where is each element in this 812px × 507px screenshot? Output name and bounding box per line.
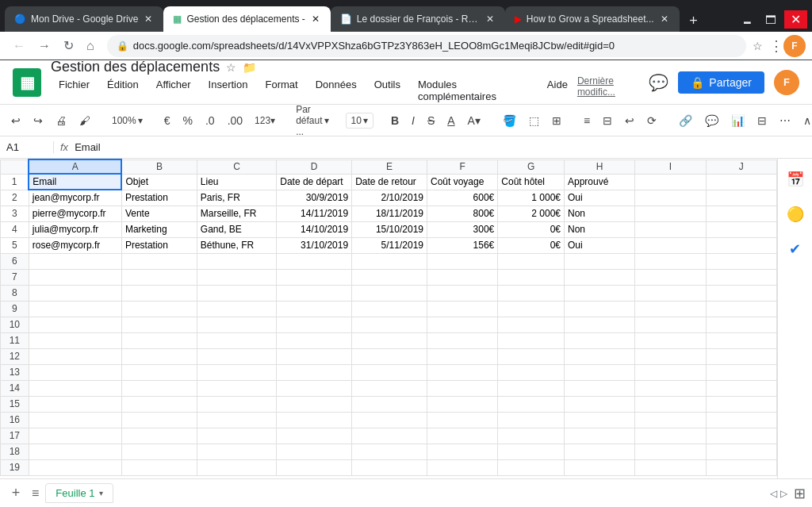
insert-chart-button[interactable]: 📊: [726, 111, 749, 130]
font-family-dropdown[interactable]: Par défaut ... ▾: [292, 105, 332, 136]
menu-afficher[interactable]: Afficher: [148, 75, 199, 106]
cell-c5[interactable]: Béthune, FR: [197, 237, 276, 253]
insert-comment-button[interactable]: 💬: [700, 111, 723, 130]
fill-color-button[interactable]: 🪣: [498, 111, 521, 130]
cell-a5[interactable]: rose@mycorp.fr: [29, 237, 121, 253]
cell-f3[interactable]: 800€: [427, 205, 498, 221]
cell-h4[interactable]: Non: [565, 221, 635, 237]
col-header-b[interactable]: B: [121, 159, 197, 174]
sheet-list-button[interactable]: ≡: [32, 486, 39, 501]
sheet-tab-feuille1[interactable]: Feuille 1 ▾: [45, 483, 113, 503]
cell-e3[interactable]: 18/11/2019: [352, 205, 427, 221]
menu-outils[interactable]: Outils: [366, 75, 408, 106]
decimal-increase-button[interactable]: .00: [223, 111, 247, 130]
print-button[interactable]: 🖨: [51, 111, 71, 130]
col-header-a[interactable]: A: [29, 159, 121, 174]
cell-b4[interactable]: Marketing: [121, 221, 197, 237]
text-rotate-button[interactable]: ⟳: [642, 111, 661, 130]
cell-d3[interactable]: 14/11/2019: [277, 205, 352, 221]
merge-cells-button[interactable]: ⊞: [547, 111, 566, 130]
calendar-sidebar-icon[interactable]: 📅: [781, 165, 810, 194]
browser-close-button[interactable]: ✕: [784, 10, 807, 29]
maximize-button[interactable]: 🗖: [760, 12, 781, 28]
row-num-4[interactable]: 4: [1, 221, 29, 237]
underline-button[interactable]: A: [442, 111, 459, 130]
menu-edition[interactable]: Édition: [99, 75, 147, 106]
share-button[interactable]: 🔒 Partager: [678, 71, 764, 94]
zoom-dropdown[interactable]: 100% ▾: [108, 113, 147, 129]
cell-reference[interactable]: A1: [6, 141, 54, 153]
cell-e2[interactable]: 2/10/2019: [352, 190, 427, 205]
italic-button[interactable]: I: [407, 111, 419, 130]
col-header-i[interactable]: I: [635, 159, 706, 174]
scroll-left-icon[interactable]: ◁: [770, 488, 777, 499]
cell-g4[interactable]: 0€: [498, 221, 565, 237]
text-wrap-button[interactable]: ↩: [620, 111, 639, 130]
cell-f1[interactable]: Coût voyage: [427, 174, 498, 190]
col-header-c[interactable]: C: [197, 159, 276, 174]
row-num-2[interactable]: 2: [1, 190, 29, 205]
row-num-3[interactable]: 3: [1, 205, 29, 221]
col-header-h[interactable]: H: [565, 159, 635, 174]
undo-button[interactable]: ↩: [6, 111, 25, 130]
tab-close-dossier[interactable]: ✕: [485, 12, 496, 26]
star-icon[interactable]: ☆: [226, 61, 236, 74]
cell-a4[interactable]: julia@mycorp.fr: [29, 221, 121, 237]
menu-insertion[interactable]: Insertion: [201, 75, 256, 106]
last-modified-text[interactable]: Dernière modific...: [577, 75, 649, 106]
cell-h3[interactable]: Non: [565, 205, 635, 221]
cell-f4[interactable]: 300€: [427, 221, 498, 237]
cell-h2[interactable]: Oui: [565, 190, 635, 205]
col-header-j[interactable]: J: [706, 159, 776, 174]
strikethrough-button[interactable]: S: [423, 111, 439, 130]
cell-f2[interactable]: 600€: [427, 190, 498, 205]
cell-c3[interactable]: Marseille, FR: [197, 205, 276, 221]
more-tools-button[interactable]: ⋯: [775, 111, 795, 130]
cell-i3[interactable]: [635, 205, 706, 221]
cell-i4[interactable]: [635, 221, 706, 237]
cell-h5[interactable]: Oui: [565, 237, 635, 253]
menu-aide[interactable]: Aide: [539, 75, 576, 106]
app-profile-icon[interactable]: F: [774, 70, 799, 95]
cell-d2[interactable]: 30/9/2019: [277, 190, 352, 205]
menu-modules[interactable]: Modules complémentaires: [410, 75, 538, 106]
add-extra-button[interactable]: ⊞: [794, 485, 806, 502]
address-field[interactable]: 🔒 docs.google.com/spreadsheets/d/14VxVPP…: [107, 35, 746, 57]
borders-button[interactable]: ⬚: [524, 111, 544, 130]
menu-donnees[interactable]: Données: [308, 75, 365, 106]
forward-button[interactable]: →: [32, 36, 57, 56]
back-button[interactable]: ←: [6, 36, 32, 56]
tab-gestion[interactable]: ▦ Gestion des déplacements - ✕: [163, 6, 330, 32]
redo-button[interactable]: ↪: [29, 111, 48, 130]
decimal-decrease-button[interactable]: .0: [201, 111, 220, 130]
menu-fichier[interactable]: Fichier: [51, 75, 98, 106]
font-size-dropdown[interactable]: 10 ▾: [346, 113, 373, 129]
text-color-button[interactable]: A▾: [463, 111, 485, 130]
cell-i2[interactable]: [635, 190, 706, 205]
col-header-f[interactable]: F: [427, 159, 498, 174]
tasks-sidebar-icon[interactable]: 🟡: [781, 200, 810, 229]
cell-j3[interactable]: [706, 205, 776, 221]
currency-button[interactable]: €: [159, 111, 175, 130]
cell-d1[interactable]: Date de départ: [277, 174, 352, 190]
new-tab-button[interactable]: +: [683, 10, 705, 32]
cell-i5[interactable]: [635, 237, 706, 253]
col-header-d[interactable]: D: [277, 159, 352, 174]
corner-cell[interactable]: [1, 159, 29, 174]
paint-format-button[interactable]: 🖌: [75, 111, 95, 130]
cell-c4[interactable]: Gand, BE: [197, 221, 276, 237]
browser-menu-icon[interactable]: ⋮: [769, 37, 783, 55]
cell-g5[interactable]: 0€: [498, 237, 565, 253]
cell-a3[interactable]: pierre@mycorp.fr: [29, 205, 121, 221]
tab-mon-drive[interactable]: 🔵 Mon Drive - Google Drive ✕: [5, 6, 163, 32]
align-left-button[interactable]: ≡: [579, 111, 595, 130]
format-number-dropdown[interactable]: 123▾: [251, 113, 279, 129]
col-header-e[interactable]: E: [352, 159, 427, 174]
insert-link-button[interactable]: 🔗: [674, 111, 697, 130]
horizontal-scrollbar-area[interactable]: ◁ ▷: [770, 488, 787, 499]
cell-d4[interactable]: 14/10/2019: [277, 221, 352, 237]
keep-sidebar-icon[interactable]: ✔: [781, 235, 810, 263]
cell-b1[interactable]: Objet: [121, 174, 197, 190]
comments-icon[interactable]: 💬: [649, 73, 668, 92]
row-num-1[interactable]: 1: [1, 174, 29, 190]
